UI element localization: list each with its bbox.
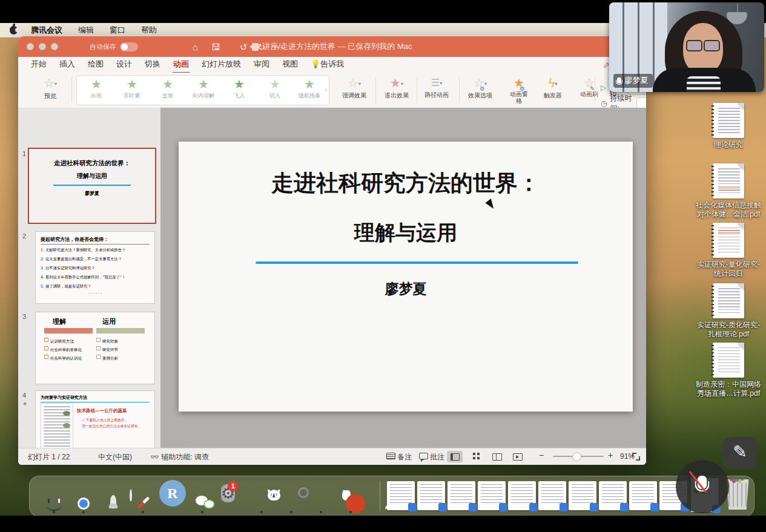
exit-effect-button[interactable]: ★▾退出效果 xyxy=(378,76,415,99)
document-icon xyxy=(713,283,744,318)
zoom-button[interactable] xyxy=(51,43,58,50)
save-icon[interactable]: 🖫 xyxy=(211,42,220,51)
screen: 腾讯会议 编辑 窗口 帮助 228字 中 ◷ ᛒ xyxy=(0,0,766,532)
comments-button[interactable]: 批注 xyxy=(419,452,444,462)
slide-counter: 幻灯片 1 / 22 xyxy=(28,452,70,462)
thumb1-author: 廖梦夏 xyxy=(29,190,155,197)
fullscreen-icon[interactable] xyxy=(632,453,640,461)
slide-sorter-button[interactable] xyxy=(469,451,484,462)
slide-number: 2 xyxy=(22,232,26,240)
preview-button[interactable]: ☆▾ 预览 xyxy=(36,76,64,100)
thumb1-subtitle: 理解与运用 xyxy=(29,172,155,180)
trigger-button[interactable]: ϟ▾触发器 xyxy=(534,76,572,99)
effect-blinds[interactable]: ★百叶窗 xyxy=(115,77,149,100)
menu-edit[interactable]: 编辑 xyxy=(78,25,94,36)
desktop-icon-qual-research-pdf[interactable]: 实证研究-质化研究-扎根理论.pdf xyxy=(689,283,766,339)
slideshow-button[interactable] xyxy=(510,451,526,462)
zoom-out-button[interactable]: − xyxy=(539,450,544,460)
tab-tell-me[interactable]: 💡告诉我 xyxy=(311,59,344,71)
desktop-icon-social-media-pdf[interactable]: 社会化媒体信息接触对个体健…金洁.pdf xyxy=(689,163,766,219)
thumbnail-slide-1[interactable]: 走进社科研究方法的世界： 理解与运用 廖梦夏 xyxy=(28,148,156,224)
tab-design[interactable]: 设计 xyxy=(116,59,132,71)
dock-document[interactable] xyxy=(387,481,415,510)
rstudio-icon[interactable]: R xyxy=(159,480,186,507)
effect-box[interactable]: ★盒状 xyxy=(151,77,185,100)
minimize-button[interactable] xyxy=(39,43,46,50)
undo-caret-icon[interactable]: ▾ xyxy=(250,44,253,50)
tab-transitions[interactable]: 切换 xyxy=(145,59,160,71)
thumb2-ellipsis: · · · · · · xyxy=(36,291,154,296)
more-toolbar-icon[interactable]: ⋯ xyxy=(274,42,283,51)
thumb2-heading: 提起研究方法，你是否会觉得： xyxy=(41,236,150,245)
thumbnail-slide-4[interactable]: 为何要学习实证研究方法 技术路线—一公斤的蔬菜 ✓ 不要陷入他人的上课路径， 用… xyxy=(35,390,155,448)
dock-document[interactable] xyxy=(508,481,536,510)
zoom-slider[interactable] xyxy=(553,456,604,457)
tab-draw[interactable]: 绘图 xyxy=(88,59,104,71)
powerpoint-icon[interactable]: P xyxy=(342,490,351,501)
desktop-icon-quant-research-pdf[interactable]: 实证研究-量化研究-统计回归 xyxy=(689,223,766,278)
effect-dissolve-in[interactable]: ★向内溶解 xyxy=(187,77,220,100)
language-indicator[interactable]: 中文(中国) xyxy=(98,452,132,462)
presenter-striped-shirt xyxy=(687,76,721,92)
menu-help[interactable]: 帮助 xyxy=(141,25,157,36)
gallery-scroll-icon[interactable]: › xyxy=(325,86,327,93)
effect-fly-in[interactable]: ★飞入 xyxy=(222,77,256,100)
dock-document[interactable] xyxy=(478,481,506,510)
dock-document[interactable] xyxy=(417,481,445,510)
accessibility-status[interactable]: 👓 辅助功能: 调查 xyxy=(150,452,209,462)
undo-icon[interactable]: ↺ xyxy=(240,42,248,51)
slide-author: 廖梦夏 xyxy=(179,280,633,298)
animation-pane-button[interactable]: ★⚙动画窗格 xyxy=(500,76,538,104)
autosave-control[interactable]: 自动保存 xyxy=(90,42,138,51)
tab-review[interactable]: 审阅 xyxy=(254,59,269,71)
thumbnail-slide-2[interactable]: 提起研究方法，你是否会觉得： 1. 文献研究是方法？案例研究、文本分析或拼合？ … xyxy=(35,231,155,304)
system-preferences-icon[interactable]: ⚙1 xyxy=(221,484,235,502)
dock-document[interactable] xyxy=(629,481,657,510)
zoom-in-button[interactable]: + xyxy=(608,450,613,460)
effect-options-button[interactable]: ☆⚙▾效果选项 xyxy=(461,76,499,99)
emphasis-effect-button[interactable]: ☆▾强调效果 xyxy=(335,76,373,99)
dock: R ⚙1 W P xyxy=(29,476,754,516)
zoom-slider-knob[interactable] xyxy=(572,452,581,461)
redo-icon[interactable]: ↻ xyxy=(257,42,265,51)
desktop-icon-theory-research[interactable]: 理论研究 xyxy=(689,103,766,149)
tab-home[interactable]: 开始 xyxy=(31,59,47,71)
word-icon[interactable]: W xyxy=(268,490,280,501)
dock-document[interactable] xyxy=(569,481,596,510)
effect-random-lines[interactable]: ★随机线条 xyxy=(292,77,326,100)
document-icon xyxy=(713,223,744,258)
reading-view-button[interactable] xyxy=(489,451,505,462)
slide-number: 4 xyxy=(22,392,26,399)
home-icon[interactable]: ⌂ xyxy=(193,42,198,51)
notes-button[interactable]: 备注 xyxy=(386,452,412,462)
dock-document[interactable] xyxy=(599,481,627,510)
dock-document[interactable] xyxy=(538,481,566,510)
tab-view[interactable]: 视图 xyxy=(282,59,298,71)
muted-microphone-overlay[interactable] xyxy=(676,460,729,513)
slide-sorter-icon xyxy=(473,453,475,455)
effect-appear[interactable]: ★出现 xyxy=(79,77,113,100)
close-button[interactable] xyxy=(27,43,34,50)
tab-slideshow[interactable]: 幻灯片放映 xyxy=(202,59,241,71)
effect-peek-in[interactable]: ★切入 xyxy=(258,77,292,100)
apple-menu-icon[interactable] xyxy=(10,26,18,34)
slide-canvas[interactable]: 走进社科研究方法的世界： 理解与运用 廖梦夏 xyxy=(179,142,633,412)
animation-star-indicator: ★ xyxy=(22,401,27,407)
thumbnail-slide-3[interactable]: 理解 运用 认识研究方法 社会科学的本体论 社会科学的认识论 研究对象 研究环节… xyxy=(35,312,155,384)
slide-title: 走进社科研究方法的世界： xyxy=(179,168,633,199)
slide-thumbnail-panel: 1 走进社科研究方法的世界： 理解与运用 廖梦夏 2 提起研究方法，你是否会觉得… xyxy=(18,108,161,448)
dock-document[interactable] xyxy=(447,481,475,510)
document-icon xyxy=(713,343,744,378)
normal-view-button[interactable] xyxy=(447,451,463,462)
participant-name: 廖梦夏 xyxy=(624,75,648,86)
thumb1-title: 走进社科研究方法的世界： xyxy=(29,159,155,168)
menu-app-name[interactable]: 腾讯会议 xyxy=(31,25,62,36)
tab-animations[interactable]: 动画 xyxy=(173,59,189,71)
menu-window[interactable]: 窗口 xyxy=(110,25,125,36)
annotation-pencil-button[interactable]: ✎ xyxy=(723,437,757,468)
autosave-toggle[interactable] xyxy=(120,42,138,51)
tab-insert[interactable]: 插入 xyxy=(59,59,75,71)
desktop-icon-livestream-pdf[interactable]: 制造亲密：中国网络秀场直播…计算.pdf xyxy=(689,343,766,398)
motion-path-button[interactable]: ☰▾路径动画 xyxy=(418,76,455,98)
safari-icon[interactable] xyxy=(130,489,132,502)
